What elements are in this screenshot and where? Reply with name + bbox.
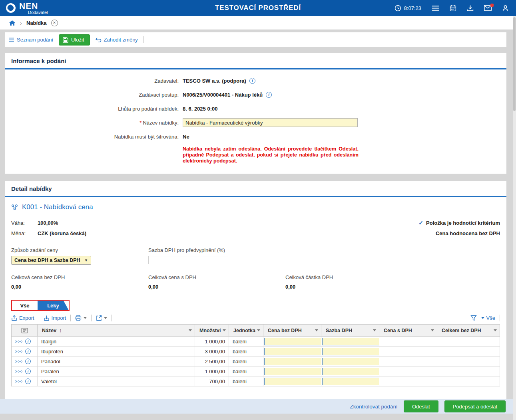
cell-mnozstvi: 1 000,00 [195,337,229,347]
nen-logo[interactable]: NEN Dodavatel [6,2,48,15]
column-header-jednotka[interactable]: Jednotka [229,325,263,337]
list-icon [9,38,14,42]
cell-jednotka: balení [229,367,263,376]
column-header-cena-bez-dph[interactable]: Cena bez DPH [263,325,321,337]
share-button[interactable] [96,315,107,321]
mail-icon[interactable] [484,5,492,11]
send-button[interactable]: Odeslat [404,400,438,412]
offer-name-input[interactable] [183,118,358,127]
info-section-title: Informace k podání [5,53,506,68]
filter-button[interactable] [470,315,477,321]
print-button[interactable] [75,315,87,321]
cell-nazev: Panadol [38,357,195,367]
vertical-scrollbar [513,16,516,420]
filter-chevron-icon[interactable] [257,329,260,331]
scrollbar-thumb[interactable] [513,17,516,111]
row-menu-icon[interactable] [15,341,22,343]
seznam-podani-button[interactable]: Seznam podání [9,37,53,43]
tab-leky[interactable]: Léky [38,301,69,310]
column-header-nazev[interactable]: Název ↑ [38,325,195,337]
row-info-icon[interactable]: i [25,378,31,384]
divider [112,315,112,321]
chevron-down-icon: ▼ [84,258,88,262]
info-icon[interactable]: i [266,92,272,98]
field-nazev-nabidky: *Název nabídky: [5,118,506,127]
save-button[interactable]: Uložit [59,34,90,46]
criterion-flag: ✓ Položka je hodnotící kritérium [418,220,500,226]
row-menu-icon[interactable] [15,351,22,353]
divider [91,315,92,321]
price-mode-label: Způsob zadání ceny [11,247,148,253]
column-chooser[interactable] [12,325,38,337]
home-icon[interactable] [9,20,16,26]
field-value: Ne [183,134,189,140]
check-submission-link[interactable]: Zkontrolovat podání [350,404,398,410]
close-tab-icon[interactable]: ✕ [51,20,58,26]
cell-celkem [437,337,500,347]
view-filter-dropdown[interactable]: Vše [481,315,495,321]
export-button[interactable]: Export [11,315,34,321]
row-info-icon[interactable]: i [25,359,31,364]
detail-section-title: Detail nabídky [5,181,506,196]
sort-ascending-icon: ↑ [59,328,62,333]
column-header-cena-s-dph[interactable]: Cena s DPH [379,325,437,337]
field-label: Lhůta pro podání nabídek: [5,106,183,112]
filter-chevron-icon[interactable] [189,329,192,331]
filter-chevron-icon[interactable] [223,329,226,331]
cell-jednotka: balení [229,347,263,357]
user-icon[interactable] [502,5,509,12]
cell-jednotka: balení [229,337,263,347]
row-menu-icon[interactable] [15,380,22,382]
cell-nazev: Ibalgin [38,337,195,347]
filter-chevron-icon[interactable] [494,329,497,331]
cell-nazev: Valetol [38,376,195,386]
chevron-down-icon [104,317,107,319]
info-section: Informace k podání Zadavatel: TESCO SW a… [5,53,506,174]
price-mode-select[interactable]: Cena bez DPH a Sazba DPH ▼ [11,256,91,265]
session-clock: 8:07:23 [394,5,421,12]
filter-chevron-icon[interactable] [431,329,434,331]
row-info-icon[interactable]: i [25,339,31,344]
chevron-down-icon [84,317,87,319]
column-header-sazba-dph[interactable]: Sazba DPH [321,325,379,337]
field-zadavatel: Zadavatel: TESCO SW a.s. (podpora) i [5,76,506,85]
row-menu-icon[interactable] [15,370,22,372]
save-icon [63,37,68,43]
criterion-icon [11,204,18,210]
filter-chevron-icon[interactable] [315,329,318,331]
row-menu-icon[interactable] [15,361,22,363]
filter-chevron-icon[interactable] [373,329,376,331]
export-icon [11,315,17,321]
sign-and-send-button[interactable]: Podepsat a odeslat [444,400,506,412]
download-icon[interactable] [467,5,474,12]
clock-icon [394,5,401,12]
required-asterisk: * [139,120,141,126]
import-button[interactable]: Import [44,315,66,321]
discard-changes-button[interactable]: Zahodit změny [96,37,138,43]
field-lhuta: Lhůta pro podání nabídek: 8. 6. 2025 0:0… [5,104,506,113]
tab-vse[interactable]: Vše [12,301,38,310]
cell-cena-s-dph [379,357,437,367]
vat-prefill-label: Sazba DPH pro předvyplnění (%) [148,247,285,253]
criterion-title: K001 - Nabídková cena [22,203,93,211]
row-tools: i [12,367,38,376]
vat-prefill-input[interactable] [148,256,228,264]
items-table: Název ↑ Množství Jednotka Cena bez DPH S… [11,324,500,386]
info-icon[interactable]: i [249,78,255,84]
cell-cena-s-dph [379,337,437,347]
calendar-icon[interactable] [450,5,456,12]
row-info-icon[interactable]: i [25,368,31,374]
column-header-mnozstvi[interactable]: Množství [195,325,229,337]
field-value: 8. 6. 2025 0:00 [183,106,217,112]
row-info-icon[interactable]: i [25,349,31,354]
field-label: Zadávací postup: [5,92,183,98]
breadcrumb-page: Nabídka [26,20,47,26]
currency-label: Měna: [11,230,38,236]
column-header-celkem-bez-dph[interactable]: Celkem bez DPH [437,325,500,337]
brand-subtitle: Dodavatel [28,10,48,15]
detail-section: Detail nabídky K001 - Nabídková cena Váh… [5,181,506,402]
divider [70,315,71,321]
weight-label: Váha: [11,220,38,226]
not-sent-warning: Nabídka nebyla zatím odeslána. Odeslání … [183,146,359,164]
menu-icon[interactable] [432,5,439,11]
